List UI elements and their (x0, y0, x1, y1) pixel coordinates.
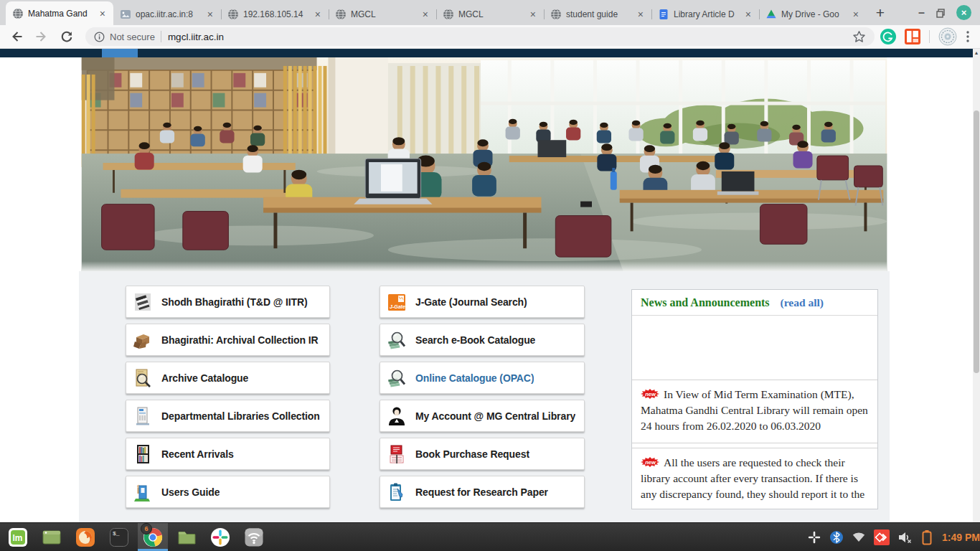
news-panel: News and Announcements (read all) newIn … (631, 289, 878, 509)
back-button[interactable] (7, 27, 26, 46)
quick-link-label: Online Catalogue (OPAC) (415, 372, 534, 384)
taskbar-firefox-button[interactable] (70, 523, 100, 551)
read-all-link[interactable]: (read all) (781, 296, 824, 309)
forward-button[interactable] (32, 27, 51, 46)
browser-tab[interactable]: My Drive - Goo× (759, 4, 867, 25)
quick-link-card[interactable]: My Account @ MG Central Library (380, 400, 585, 432)
slack-icon (210, 527, 230, 547)
scrollbar-thumb[interactable] (974, 110, 979, 373)
taskbar-show-desktop-button[interactable] (37, 523, 67, 551)
taskbar-mint-menu-button[interactable]: lm (3, 523, 33, 551)
news-header: News and Announcements (read all) (632, 290, 877, 316)
browser-tab[interactable]: 192.168.105.14× (221, 4, 329, 25)
browser-tab[interactable]: Mahatma Gand× (6, 1, 113, 25)
quick-link-card[interactable]: Archive Catalogue (126, 362, 330, 394)
browser-menu-icon[interactable] (966, 30, 970, 43)
page-scrollbar[interactable]: ▲ (973, 49, 980, 522)
address-bar[interactable]: Not secure mgcl.iitr.ac.in (85, 27, 875, 46)
thesis-stack-icon (133, 292, 152, 312)
browser-tab[interactable]: student guide× (544, 4, 651, 25)
news-items: newIn View of Mid Term Examination (MTE)… (632, 380, 877, 509)
orange-extension-icon[interactable] (905, 29, 920, 44)
tab-close-icon[interactable]: × (744, 9, 753, 19)
security-label: Not secure (110, 32, 155, 42)
favicon-globe-icon (12, 8, 24, 19)
slack-tray-icon[interactable] (807, 530, 821, 545)
quick-link-card[interactable]: Shodh Bhagirathi (T&D @ IITR) (126, 286, 330, 318)
quick-link-card[interactable]: Users Guide (126, 476, 330, 508)
tab-close-icon[interactable]: × (421, 9, 430, 19)
system-tray (807, 529, 940, 545)
tab-close-icon[interactable]: × (98, 9, 107, 19)
browser-tab[interactable]: Library Article D× (651, 4, 759, 25)
tab-close-icon[interactable]: × (852, 9, 860, 19)
quick-link-label: Archive Catalogue (161, 372, 248, 384)
restore-button[interactable] (936, 8, 946, 18)
tab-title: 192.168.105.14 (243, 9, 309, 19)
guide-standee-icon (133, 482, 152, 502)
quick-link-label: Departmental Libraries Collection (161, 410, 320, 422)
favicon-gdoc-icon (658, 9, 669, 20)
quick-link-card[interactable]: Recent Arrivals (126, 438, 330, 470)
tabs-container: Mahatma Gand×opac.iitr.ac.in:8×192.168.1… (0, 0, 867, 25)
tab-close-icon[interactable]: × (206, 9, 215, 19)
quick-link-card[interactable]: Request for Research Paper (380, 476, 585, 508)
browser-window: Mahatma Gand×opac.iitr.ac.in:8×192.168.1… (0, 0, 980, 551)
profile-avatar[interactable] (938, 27, 957, 46)
tab-close-icon[interactable]: × (314, 9, 322, 19)
close-button[interactable]: × (956, 5, 971, 20)
library-photo (79, 57, 890, 271)
tab-close-icon[interactable]: × (636, 9, 645, 19)
news-item: newIn View of Mid Term Examination (MTE)… (632, 380, 877, 443)
taskbar-network-manager-button[interactable] (239, 523, 269, 551)
volume-muted-icon[interactable] (897, 530, 913, 545)
site-navbar-remnant (0, 49, 973, 57)
quick-link-card[interactable]: Bhagirathi: Archival Collection IR (126, 324, 330, 356)
quick-link-card[interactable]: Book Purchase Request (380, 438, 585, 470)
taskbar-file-manager-button[interactable] (171, 523, 202, 551)
quick-link-label: My Account @ MG Central Library (415, 410, 575, 422)
browser-tab[interactable]: MGCL× (436, 4, 544, 25)
bluetooth-icon[interactable] (829, 530, 844, 545)
scroll-up-arrow[interactable]: ▲ (973, 49, 980, 57)
tab-title: opac.iitr.ac.in:8 (136, 9, 202, 19)
person-icon (387, 406, 406, 426)
anydesk-icon[interactable] (874, 529, 890, 545)
news-item-text: All the users are requested to check the… (641, 456, 864, 500)
info-icon[interactable] (94, 32, 105, 42)
taskbar-terminal-button[interactable]: $_ (104, 523, 134, 551)
quick-links-left-column: Shodh Bhagirathi (T&D @ IITR)Bhagirathi:… (126, 286, 330, 508)
minimize-button[interactable]: – (918, 9, 925, 17)
wifi-signal-icon[interactable] (852, 530, 866, 545)
news-spacer (632, 316, 877, 380)
grammarly-extension-icon[interactable] (880, 29, 896, 44)
url-text[interactable]: mgcl.iitr.ac.in (168, 32, 224, 42)
quick-link-card[interactable]: Search e-Book Catalogue (380, 324, 585, 356)
quick-link-card[interactable]: J-GateJ-Gate (Journal Search) (380, 286, 585, 318)
toolbar-divider (929, 30, 930, 43)
browser-tab[interactable]: MGCL× (329, 4, 436, 25)
quick-link-card[interactable]: Departmental Libraries Collection (126, 400, 330, 432)
archive-boxes-icon (133, 330, 152, 350)
taskbar-slack-button[interactable] (205, 523, 235, 551)
chrome-badge: 6 (141, 523, 152, 534)
bookmark-star-icon[interactable] (852, 30, 866, 44)
new-tab-button[interactable]: + (870, 2, 891, 24)
quick-link-card[interactable]: Online Catalogue (OPAC) (380, 362, 585, 394)
quick-link-label: Bhagirathi: Archival Collection IR (161, 334, 319, 346)
tab-title: Mahatma Gand (28, 9, 94, 19)
svg-text:$_: $_ (113, 530, 120, 537)
browser-tab[interactable]: opac.iitr.ac.in:8× (113, 4, 221, 25)
taskbar-chrome-button[interactable]: 6 (138, 523, 168, 551)
svg-text:new: new (645, 391, 656, 397)
site-nav-active-item[interactable] (102, 49, 138, 57)
reload-button[interactable] (57, 27, 76, 46)
news-title: News and Announcements (641, 296, 770, 309)
taskbar-clock[interactable]: 1:49 PM (942, 532, 980, 543)
taskbar-launchers: lm$_6 (0, 523, 269, 551)
battery-icon[interactable] (921, 529, 933, 545)
quick-link-label: Recent Arrivals (161, 448, 234, 460)
tab-close-icon[interactable]: × (529, 9, 537, 19)
content-band: Shodh Bhagirathi (T&D @ IITR)Bhagirathi:… (79, 271, 890, 522)
firefox-icon (75, 527, 95, 547)
